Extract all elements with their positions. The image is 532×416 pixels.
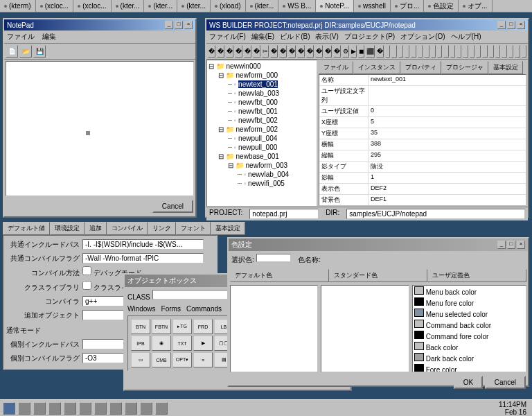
checkbox[interactable]	[82, 266, 91, 275]
objbox-tab[interactable]: Windows	[127, 305, 156, 313]
task-icon[interactable]	[48, 402, 61, 415]
toolbar-icon[interactable]: �	[208, 45, 215, 58]
toolbar-icon[interactable]: ⚙	[342, 45, 349, 58]
menu-item[interactable]: オプション(O)	[400, 33, 445, 40]
toolbar-icon[interactable]: �	[279, 45, 287, 58]
tree-item[interactable]: ⊟ 📁 newform_002	[209, 125, 315, 134]
taskbar-tab[interactable]: wsshell	[354, 0, 391, 12]
prop-value[interactable]: 388	[368, 139, 526, 150]
task-icon[interactable]	[33, 402, 46, 415]
color-swatch[interactable]	[414, 331, 424, 339]
toolbar-icon[interactable]: �	[226, 45, 233, 58]
color-row[interactable]: Command fore color	[413, 330, 526, 341]
toolbar-icon[interactable]: �	[324, 45, 332, 58]
task-icon[interactable]	[94, 402, 107, 415]
menu-file[interactable]: ファイル	[7, 33, 35, 40]
tree-item[interactable]: ┈ ▫ newpull_004	[209, 134, 315, 143]
config-tab[interactable]: デフォルト値	[3, 222, 50, 235]
color-swatch[interactable]	[414, 309, 424, 317]
config-tab[interactable]: コンパイル	[107, 222, 148, 235]
taskbar-tab[interactable]: (kter...	[177, 0, 211, 12]
task-icon[interactable]	[109, 402, 122, 415]
toolbar-icon[interactable]	[489, 45, 494, 58]
colordialog-titlebar[interactable]: 色設定 _ □ ×	[229, 239, 528, 251]
toolbar-icon[interactable]	[482, 45, 487, 58]
toolbar-save-icon[interactable]: 💾	[33, 45, 46, 58]
tree-item[interactable]: ┈ ▫ newvfbt_000	[209, 98, 315, 107]
property-tab[interactable]: ファイル	[319, 61, 353, 74]
tree-item[interactable]: ⊟ 📁 newform_000	[209, 71, 315, 80]
toolbar-icon[interactable]	[456, 45, 461, 58]
tree-item[interactable]: ┈ ▫ newpull_000	[209, 143, 315, 152]
color-swatch[interactable]	[414, 353, 424, 361]
color-row[interactable]: Back color	[413, 341, 526, 352]
task-icon[interactable]	[125, 402, 137, 415]
toolbar-icon[interactable]: �	[297, 45, 305, 58]
color-row[interactable]: Fore color	[413, 363, 526, 372]
prop-value[interactable]: 陰没	[368, 162, 526, 172]
prop-value[interactable]: 1	[368, 173, 526, 183]
toolbar-new-icon[interactable]: 📄	[6, 45, 18, 58]
cancel-button[interactable]: Cancel	[152, 200, 193, 213]
section-standard[interactable]: スタンダード色	[329, 269, 428, 282]
objbox-tab[interactable]: Commands	[186, 305, 222, 313]
taskbar-tab[interactable]: (xcloc...	[36, 0, 73, 12]
menu-item[interactable]: 表示(V)	[315, 33, 338, 40]
minimize-button[interactable]: _	[165, 21, 173, 29]
toolbar-icon[interactable]	[391, 45, 396, 58]
maximize-button[interactable]: □	[507, 241, 515, 249]
property-tab[interactable]: プロシージャ	[441, 61, 488, 74]
menu-edit[interactable]: 編集	[42, 33, 56, 40]
object-button[interactable]: IPB	[131, 336, 150, 351]
menu-item[interactable]: ヘルプ(H)	[451, 33, 481, 40]
tree-item[interactable]: ┈ ▫ newtext_001	[209, 80, 315, 89]
task-icon[interactable]	[79, 402, 91, 415]
taskbar-tab[interactable]: (xcloc...	[73, 0, 111, 12]
kde-icon[interactable]	[3, 402, 15, 415]
toolbar-icon[interactable]: ✂	[262, 45, 269, 58]
toolbar-icon[interactable]: ▶	[351, 45, 357, 58]
color-row[interactable]: Command back color	[413, 319, 526, 330]
toolbar-icon[interactable]	[437, 45, 442, 58]
notepad-titlebar[interactable]: NotePad _ □ ×	[4, 19, 195, 31]
section-default[interactable]: デフォルト色	[230, 269, 329, 282]
standard-color-list[interactable]	[321, 285, 409, 372]
maximize-button[interactable]: □	[507, 21, 515, 29]
menu-item[interactable]: プロジェクト(P)	[344, 33, 395, 40]
prop-value[interactable]: DEF2	[368, 184, 526, 194]
object-button[interactable]: ≡	[193, 352, 213, 367]
minimize-button[interactable]: _	[497, 21, 506, 29]
task-icon[interactable]	[64, 402, 76, 415]
toolbar-icon[interactable]: �	[217, 45, 224, 58]
close-button[interactable]: ×	[517, 241, 525, 249]
config-tab[interactable]: 環境設定	[50, 222, 85, 235]
tree-item[interactable]: ⊟ 📁 newbase_001	[209, 152, 315, 161]
object-button[interactable]: ◉	[152, 336, 171, 351]
minimize-button[interactable]: _	[497, 241, 506, 249]
text-input[interactable]	[82, 253, 204, 263]
toolbar-icon[interactable]	[424, 45, 429, 58]
cancel-button[interactable]: Cancel	[485, 376, 526, 389]
object-button[interactable]: BTN	[131, 319, 150, 334]
toolbar-icon[interactable]	[515, 45, 520, 58]
toolbar-icon[interactable]	[450, 45, 455, 58]
tree-item[interactable]: ┈ ▫ newvlab_004	[209, 170, 315, 179]
toolbar-icon[interactable]: �	[244, 45, 251, 58]
close-button[interactable]: ×	[184, 21, 193, 29]
default-color-list[interactable]	[230, 285, 318, 372]
task-icon[interactable]	[140, 402, 152, 415]
taskbar-tab[interactable]: (kter...	[112, 0, 145, 12]
object-button[interactable]: FRD	[193, 319, 213, 334]
toolbar-icon[interactable]	[463, 45, 468, 58]
notepad-canvas[interactable]	[6, 61, 194, 196]
prop-value[interactable]: 295	[368, 150, 526, 161]
color-swatch[interactable]	[414, 364, 424, 372]
menu-item[interactable]: ビルド(B)	[280, 33, 310, 40]
config-tab[interactable]: 追加	[85, 222, 107, 235]
toolbar-icon[interactable]	[476, 45, 481, 58]
wsbuilder-titlebar[interactable]: WS BUILDER PROJECT:notepad.prj DIR:sampl…	[206, 19, 528, 31]
menu-item[interactable]: ファイル(F)	[209, 33, 246, 40]
prop-value[interactable]: 35	[368, 128, 526, 139]
color-swatch[interactable]	[414, 286, 424, 295]
ok-button[interactable]: OK	[454, 376, 483, 389]
